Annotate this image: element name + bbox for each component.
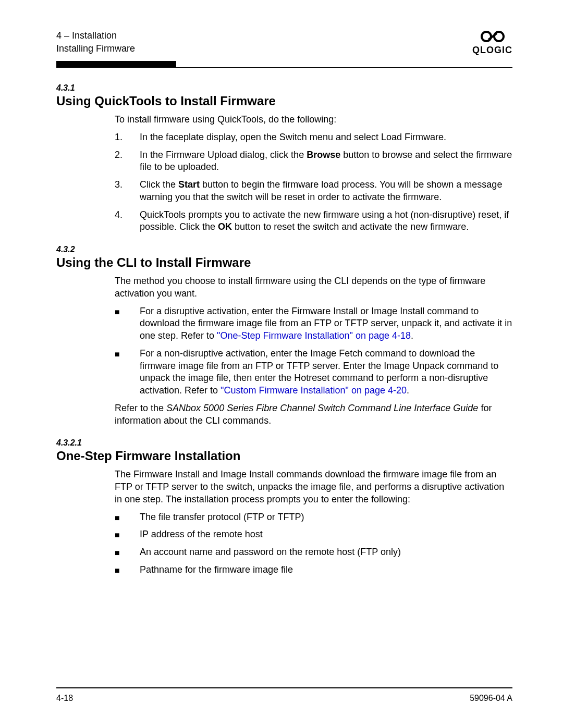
section-number-432: 4.3.2	[56, 245, 512, 254]
bullet-item: ■ An account name and password on the re…	[115, 546, 512, 559]
intro-431: To install firmware using QuickTools, do…	[115, 114, 512, 126]
bullet-text: The file transfer protocol (FTP or TFTP)	[140, 511, 512, 524]
xref-link[interactable]: "Custom Firmware Installation" on page 4…	[221, 385, 407, 396]
bullet-text: An account name and password on the remo…	[140, 546, 512, 559]
xref-link[interactable]: "One-Step Firmware Installation" on page…	[217, 330, 411, 341]
header-thick-rule	[56, 61, 176, 67]
steps-list-431: 1. In the faceplate display, open the Sw…	[115, 131, 512, 233]
bullet-item: ■ For a disruptive activation, enter the…	[115, 305, 512, 342]
bullet-text: IP address of the remote host	[140, 528, 512, 541]
step-number: 3.	[115, 179, 140, 204]
step-number: 2.	[115, 149, 140, 174]
bullet-item: ■ IP address of the remote host	[115, 528, 512, 541]
intro-432: The method you choose to install firmwar…	[115, 275, 512, 300]
brand-logo: QLOGIC	[472, 29, 512, 56]
brand-name: QLOGIC	[472, 45, 512, 56]
step-item: 4. QuickTools prompts you to activate th…	[115, 209, 512, 234]
step-text: QuickTools prompts you to activate the n…	[140, 209, 512, 234]
square-bullet-icon: ■	[115, 305, 140, 342]
square-bullet-icon: ■	[115, 528, 140, 541]
bullet-text: Pathname for the firmware image file	[140, 564, 512, 576]
bullet-text: For a disruptive activation, enter the F…	[140, 305, 512, 342]
page-number: 4-18	[56, 694, 73, 703]
step-item: 3. Click the Start button to begin the f…	[115, 179, 512, 204]
bullet-item: ■ The file transfer protocol (FTP or TFT…	[115, 511, 512, 524]
chapter-label: 4 – Installation	[56, 29, 135, 42]
step-number: 4.	[115, 209, 140, 234]
bullets-432: ■ For a disruptive activation, enter the…	[115, 305, 512, 397]
square-bullet-icon: ■	[115, 348, 140, 397]
bullets-4321: ■ The file transfer protocol (FTP or TFT…	[115, 511, 512, 576]
reference-note: Refer to the SANbox 5000 Series Fibre Ch…	[115, 402, 512, 427]
footer-rule	[56, 687, 512, 688]
section-number-431: 4.3.1	[56, 83, 512, 93]
square-bullet-icon: ■	[115, 546, 140, 559]
square-bullet-icon: ■	[115, 511, 140, 524]
section-label: Installing Firmware	[56, 42, 135, 55]
section-title-4321: One-Step Firmware Installation	[56, 449, 512, 463]
bullet-item: ■ For a non-disruptive activation, enter…	[115, 348, 512, 397]
step-item: 2. In the Firmware Upload dialog, click …	[115, 149, 512, 174]
page-footer: 4-18 59096-04 A	[56, 694, 512, 703]
section-title-431: Using QuickTools to Install Firmware	[56, 94, 512, 108]
step-item: 1. In the faceplate display, open the Sw…	[115, 131, 512, 144]
qlogic-icon	[478, 29, 507, 44]
step-number: 1.	[115, 131, 140, 144]
intro-4321: The Firmware Install and Image Install c…	[115, 468, 512, 505]
square-bullet-icon: ■	[115, 564, 140, 576]
header-thin-rule	[56, 67, 512, 68]
bullet-item: ■ Pathname for the firmware image file	[115, 564, 512, 576]
section-number-4321: 4.3.2.1	[56, 438, 512, 448]
doc-number: 59096-04 A	[470, 694, 512, 703]
step-text: In the faceplate display, open the Switc…	[140, 131, 512, 144]
section-title-432: Using the CLI to Install Firmware	[56, 255, 512, 270]
bullet-text: For a non-disruptive activation, enter t…	[140, 348, 512, 397]
step-text: In the Firmware Upload dialog, click the…	[140, 149, 512, 174]
running-header: 4 – Installation Installing Firmware	[56, 29, 135, 55]
step-text: Click the Start button to begin the firm…	[140, 179, 512, 204]
